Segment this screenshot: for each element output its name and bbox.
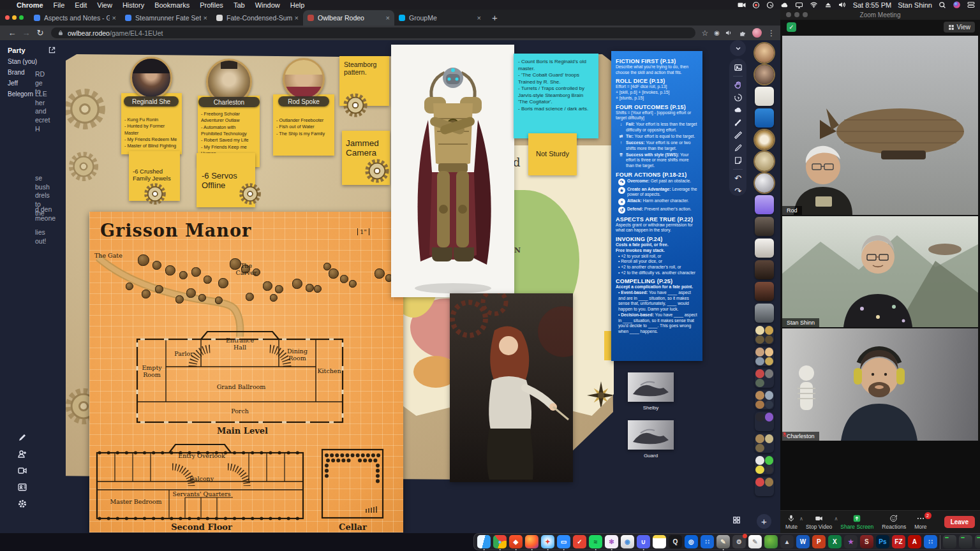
screen-share-icon[interactable]: [738, 1, 746, 9]
tab-close-icon[interactable]: ×: [204, 14, 207, 22]
menu-clock[interactable]: Sat 8:55 PM: [853, 1, 892, 9]
token-thumbnail[interactable]: [755, 369, 774, 388]
share-screen-button[interactable]: Share Screen: [840, 514, 873, 530]
menu-item[interactable]: Tab: [234, 1, 245, 9]
bookmark-star-icon[interactable]: ☆: [702, 29, 709, 38]
token-guard[interactable]: [628, 420, 674, 450]
menu-item[interactable]: File: [54, 1, 65, 9]
contact-card-icon[interactable]: [17, 482, 27, 492]
settings-gear-icon[interactable]: [17, 499, 27, 509]
eject-icon[interactable]: [824, 1, 832, 8]
menu-app-name[interactable]: Chrome: [17, 1, 43, 9]
browser-tab[interactable]: GroupMe ×: [394, 10, 486, 26]
dock-app-icon[interactable]: ⚙: [732, 535, 746, 548]
token-thumbnail[interactable]: [755, 43, 774, 62]
dock-app-icon[interactable]: ≈: [589, 535, 602, 548]
name-pill-charleston[interactable]: Charleston: [198, 97, 260, 107]
window-close-button[interactable]: [5, 15, 10, 20]
add-user-icon[interactable]: [17, 449, 27, 459]
measure-ruler-tool-icon[interactable]: [733, 131, 743, 140]
portrait-reginald-she[interactable]: [130, 57, 172, 99]
dock-app-icon[interactable]: ●: [493, 535, 507, 548]
forward-button[interactable]: →: [19, 28, 33, 38]
back-button[interactable]: ←: [5, 28, 19, 38]
dock-app-icon[interactable]: FZ: [892, 535, 905, 548]
profile-avatar[interactable]: [752, 28, 762, 38]
window-zoom-button[interactable]: [19, 15, 24, 20]
select-rotate-tool-icon[interactable]: [733, 92, 743, 101]
spiral-app-icon[interactable]: [766, 1, 774, 9]
draw-pencil-icon[interactable]: [17, 432, 27, 443]
token-thumbnail[interactable]: [755, 130, 774, 149]
add-token-button[interactable]: +: [757, 514, 771, 529]
note-tool-icon[interactable]: [733, 156, 743, 165]
token-thumbnail[interactable]: [755, 87, 774, 106]
token-thumbnail[interactable]: [755, 65, 774, 84]
pan-hand-tool-icon[interactable]: [733, 80, 743, 89]
dock-app-icon[interactable]: ◎: [685, 535, 698, 548]
dock-app-icon[interactable]: [975, 535, 980, 548]
dock-app-icon[interactable]: P: [812, 535, 826, 548]
video-tile-rod[interactable]: Rod: [782, 36, 978, 215]
token-thumbnail[interactable]: [755, 195, 774, 214]
browser-tab[interactable]: Steamrunner Fate Setting - Go ×: [121, 10, 212, 26]
token-thumbnail[interactable]: [755, 173, 774, 193]
video-tile-stan-shinn[interactable]: Stan Shinn: [782, 216, 978, 327]
dock-app-icon[interactable]: ◉: [621, 535, 634, 548]
token-thumbnail[interactable]: [755, 282, 774, 301]
dock-app-icon[interactable]: A: [908, 535, 921, 548]
dock-app-icon[interactable]: X: [828, 535, 842, 548]
more-button[interactable]: 2 More: [914, 514, 926, 530]
zoom-close-button[interactable]: [786, 12, 791, 17]
undo-icon[interactable]: ↶: [733, 173, 743, 183]
speaker-icon[interactable]: [725, 29, 733, 36]
gear-token[interactable]: [143, 182, 167, 206]
view-button[interactable]: View: [944, 22, 976, 33]
fog-cloud-tool-icon[interactable]: [733, 105, 743, 114]
party-member[interactable]: Belegorn: [8, 91, 64, 98]
portrait-rod-spoke[interactable]: [283, 58, 325, 100]
dock-app-icon[interactable]: ✻: [605, 535, 618, 548]
tab-close-icon[interactable]: ×: [477, 14, 481, 22]
menu-item[interactable]: View: [97, 1, 112, 9]
cloud-upload-icon[interactable]: [780, 1, 789, 9]
sticky-not-sturdy[interactable]: Not Sturdy: [528, 133, 577, 175]
woman-art-token[interactable]: [450, 293, 573, 482]
zoom-minimize-button[interactable]: [794, 12, 799, 17]
mute-button[interactable]: ∧Mute: [785, 514, 798, 530]
dock-app-icon[interactable]: [943, 535, 956, 548]
pen-tool-icon[interactable]: [733, 143, 743, 152]
spotlight-search-icon[interactable]: [939, 1, 946, 9]
brush-tool-icon[interactable]: [733, 118, 743, 127]
chrome-menu-icon[interactable]: ⋮: [768, 29, 775, 38]
volume-icon[interactable]: [838, 1, 847, 8]
sticky-count-boris-notes[interactable]: - Count Boris is Reginald's old master. …: [514, 54, 598, 138]
encryption-shield-icon[interactable]: ✓: [787, 22, 796, 32]
dock-app-icon[interactable]: ∷: [701, 535, 714, 548]
control-center-icon[interactable]: [967, 1, 975, 8]
dock-app-icon[interactable]: ◆: [509, 535, 523, 548]
browser-tab[interactable]: Aspects and Notes - Google D ×: [29, 10, 121, 26]
dock-app-icon[interactable]: ✎: [716, 535, 730, 548]
token-thumbnail[interactable]: [755, 239, 774, 258]
dock-app-icon[interactable]: [959, 535, 972, 548]
menu-item[interactable]: Profiles: [200, 1, 223, 9]
party-member[interactable]: Stan (you): [8, 58, 64, 65]
token-thumbnail[interactable]: [755, 390, 774, 409]
dock-app-icon[interactable]: Q: [669, 535, 682, 548]
token-thumbnail[interactable]: [755, 347, 774, 366]
screen-record-icon[interactable]: [752, 1, 760, 9]
redo-icon[interactable]: ↷: [733, 186, 743, 196]
dock-app-icon[interactable]: W: [796, 535, 810, 548]
party-member[interactable]: Brand: [8, 69, 64, 76]
leave-button[interactable]: Leave: [944, 516, 975, 528]
menu-item[interactable]: Window: [255, 1, 280, 9]
reload-button[interactable]: ↻: [33, 28, 47, 38]
dock-app-icon[interactable]: ✎: [748, 535, 762, 548]
reactions-button[interactable]: Reactions: [882, 514, 906, 530]
name-pill-reginald[interactable]: Reginald She: [124, 96, 179, 107]
token-thumbnail[interactable]: [755, 152, 774, 171]
gear-token[interactable]: [342, 92, 369, 119]
wifi-icon[interactable]: [810, 1, 818, 8]
dock-app-icon[interactable]: ★: [844, 535, 858, 548]
